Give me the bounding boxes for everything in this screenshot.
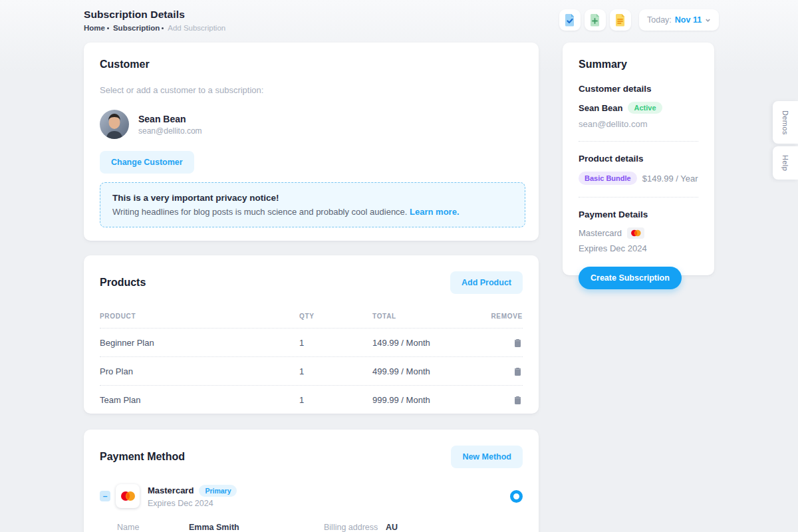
table-row: Pro Plan 1 499.99 / Month [100, 357, 523, 386]
tab-demos-label: Demos [781, 110, 789, 135]
field-value: Emma Smith [189, 523, 324, 532]
product-qty: 1 [299, 338, 372, 348]
tab-help-label: Help [781, 155, 789, 171]
product-qty: 1 [299, 395, 372, 405]
product-total: 999.99 / Month [372, 395, 483, 405]
products-card: Products Add Product Product Qty Total R… [84, 255, 539, 414]
summary-payment-brand: Mastercard [579, 228, 622, 238]
document-check-button[interactable] [559, 9, 581, 31]
product-name: Pro Plan [100, 366, 299, 376]
document-lines-button[interactable] [610, 9, 631, 31]
trash-icon [514, 338, 521, 347]
payment-card-title: Payment Method [100, 451, 185, 463]
payment-brand: Mastercard [148, 485, 194, 495]
field-label: Name [117, 523, 189, 532]
create-subscription-button[interactable]: Create Subscription [579, 267, 682, 289]
customer-identity: Sean Bean sean@dellito.com [138, 114, 202, 136]
product-name: Beginner Plan [100, 338, 299, 348]
table-row: Team Plan 1 999.99 / Month [100, 386, 523, 414]
customer-row: Sean Bean sean@dellito.com [100, 110, 523, 139]
divider [579, 197, 698, 198]
bundle-badge: Basic Bundle [579, 172, 637, 185]
privacy-notice-title: This is a very important privacy notice! [112, 193, 513, 203]
divider [579, 141, 698, 142]
breadcrumb: Home Subscription Add Subscription [84, 24, 225, 32]
trash-icon [514, 367, 521, 376]
customer-card-title: Customer [100, 59, 523, 70]
customer-email: sean@dellito.com [138, 126, 202, 136]
table-row: Beginner Plan 1 149.99 / Month [100, 329, 523, 357]
field-value: AU [386, 523, 523, 532]
selected-method-radio[interactable] [510, 490, 523, 503]
products-table-header: Product Qty Total Remove [100, 307, 523, 329]
date-value: Nov 11 [675, 15, 702, 25]
payment-method-row: – Mastercard Primary Expires Dec 2024 [100, 484, 523, 508]
products-card-title: Products [100, 277, 146, 289]
products-table: Product Qty Total Remove Beginner Plan 1… [100, 307, 523, 414]
remove-product-button[interactable] [513, 366, 523, 377]
customer-name: Sean Bean [138, 114, 202, 124]
avatar [100, 110, 129, 139]
document-add-button[interactable] [585, 9, 606, 31]
summary-card: Summary Customer details Sean Bean Activ… [563, 43, 714, 275]
breadcrumb-dot [162, 27, 164, 29]
customer-card: Customer Select or add a customer to a s… [84, 43, 539, 241]
mastercard-mini-tile [627, 227, 644, 239]
document-add-icon [589, 13, 601, 27]
primary-badge: Primary [199, 485, 237, 497]
privacy-notice: This is a very important privacy notice!… [100, 182, 525, 227]
document-check-icon [564, 13, 576, 27]
tab-help[interactable]: Help [773, 146, 798, 180]
today-label: Today: [647, 15, 672, 25]
document-lines-icon [614, 13, 626, 27]
breadcrumb-dot [107, 27, 109, 29]
summary-product-price: $149.99 / Year [642, 174, 698, 184]
active-status-badge: Active [628, 102, 662, 114]
summary-customer-email: sean@dellito.com [579, 119, 698, 129]
product-name: Team Plan [100, 395, 299, 405]
summary-product-heading: Product details [579, 154, 698, 164]
product-total: 499.99 / Month [372, 366, 483, 376]
product-total: 149.99 / Month [372, 338, 483, 348]
column-total: Total [372, 313, 483, 320]
mastercard-logo-tile [116, 484, 140, 508]
column-product: Product [100, 313, 299, 320]
product-qty: 1 [299, 366, 372, 376]
summary-title: Summary [579, 59, 698, 70]
customer-card-subtitle: Select or add a customer to a subscripti… [100, 85, 523, 95]
payment-method-info: Mastercard Primary Expires Dec 2024 [148, 485, 237, 508]
collapse-method-button[interactable]: – [100, 491, 110, 501]
field-label: Billing address [324, 523, 386, 532]
summary-payment-expires: Expires Dec 2024 [579, 243, 698, 253]
trash-icon [514, 396, 521, 404]
payment-method-card: Payment Method New Method – Mastercard P… [84, 430, 539, 532]
chevron-down-icon [705, 17, 711, 23]
breadcrumb-current: Add Subscription [168, 24, 225, 32]
remove-product-button[interactable] [513, 337, 523, 348]
summary-payment-heading: Payment Details [579, 209, 698, 219]
topbar: Today: Nov 11 [559, 9, 719, 31]
payment-expires: Expires Dec 2024 [148, 499, 237, 508]
payment-method-fields: Name Emma Smith Billing address AU Numbe… [117, 523, 523, 532]
privacy-notice-body: Writing headlines for blog posts is much… [112, 207, 513, 217]
mastercard-icon [630, 229, 642, 237]
change-customer-button[interactable]: Change Customer [100, 151, 194, 174]
column-remove: Remove [483, 313, 523, 320]
date-picker[interactable]: Today: Nov 11 [639, 9, 719, 31]
new-method-button[interactable]: New Method [451, 446, 523, 468]
summary-customer-name: Sean Bean [579, 103, 622, 113]
learn-more-link[interactable]: Learn more. [410, 207, 459, 217]
breadcrumb-subscription[interactable]: Subscription [113, 24, 160, 32]
summary-customer-heading: Customer details [579, 84, 698, 94]
remove-product-button[interactable] [513, 394, 523, 406]
tab-demos[interactable]: Demos [773, 101, 798, 144]
column-qty: Qty [299, 313, 372, 320]
add-product-button[interactable]: Add Product [450, 271, 523, 294]
breadcrumb-home[interactable]: Home [84, 24, 105, 32]
page-title: Subscription Details [84, 9, 185, 21]
mastercard-icon [119, 491, 136, 501]
privacy-notice-text: Writing headlines for blog posts is much… [112, 207, 407, 217]
